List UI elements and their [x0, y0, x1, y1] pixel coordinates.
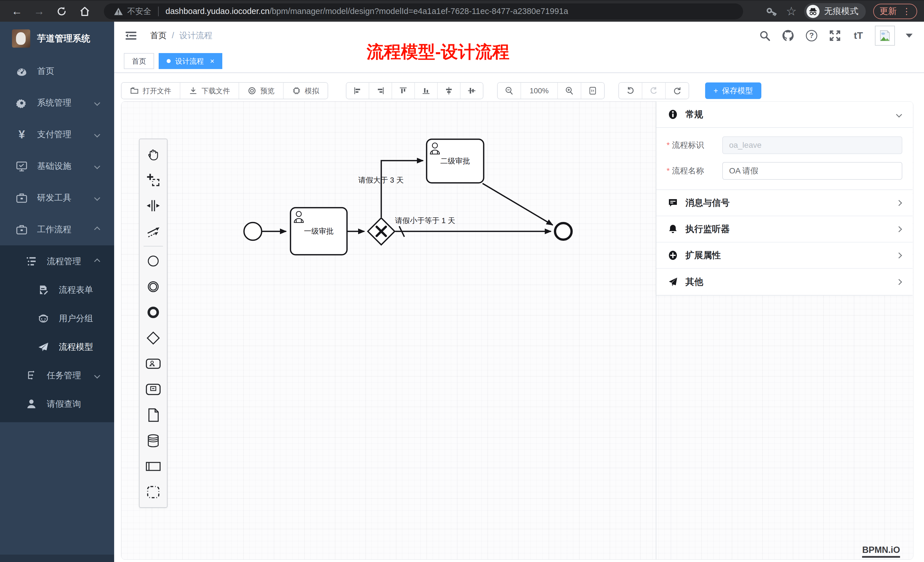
start-event[interactable]	[244, 223, 262, 240]
align-left-button[interactable]	[346, 83, 369, 99]
github-icon[interactable]	[782, 29, 795, 42]
align-top-button[interactable]	[392, 83, 415, 99]
bpmn-io-logo[interactable]: BPMN.iO	[862, 545, 900, 558]
tab-home[interactable]: 首页	[124, 53, 154, 69]
sidebar-item-process-form[interactable]: 流程表单	[0, 276, 114, 304]
sidebar-item-infra[interactable]: 基础设施	[0, 150, 114, 182]
restart-button[interactable]	[666, 83, 688, 99]
briefcase-icon	[16, 192, 27, 204]
preview-button[interactable]: 预览	[239, 83, 284, 99]
password-key-icon[interactable]	[765, 4, 778, 18]
process-key-input[interactable]	[722, 136, 902, 154]
tab-design-process[interactable]: 设计流程 ×	[159, 53, 222, 69]
align-horizontal-center-button[interactable]	[460, 83, 483, 99]
app-logo-row[interactable]: 芋道管理系统	[0, 22, 114, 55]
sidebar-collapse-bar[interactable]	[0, 555, 114, 562]
breadcrumb-separator: /	[172, 31, 174, 40]
sidebar-item-task-mgmt[interactable]: 任务管理	[0, 361, 114, 390]
section-execution-listener[interactable]: 执行监听器	[656, 216, 913, 243]
sidebar-item-home[interactable]: 首页	[0, 55, 114, 87]
history-button-group	[618, 82, 689, 99]
sidebar-item-payment[interactable]: ¥ 支付管理	[0, 119, 114, 150]
fullscreen-icon[interactable]	[828, 29, 842, 42]
face-icon	[38, 313, 49, 324]
chevron-down-icon	[94, 132, 100, 138]
download-file-button[interactable]: 下载文件	[180, 83, 239, 99]
tree-list-icon	[26, 256, 37, 267]
sidebar-toggle-icon[interactable]	[124, 30, 138, 41]
address-bar[interactable]: 不安全 dashboard.yudao.iocoder.cn /bpm/mana…	[104, 3, 743, 19]
incognito-icon	[806, 5, 819, 18]
process-name-input[interactable]	[722, 162, 902, 180]
security-label[interactable]: 不安全	[127, 6, 151, 17]
tab-close-icon[interactable]: ×	[210, 57, 214, 66]
send-icon	[668, 277, 678, 287]
incognito-label: 无痕模式	[824, 5, 858, 17]
sidebar-item-process-model[interactable]: 流程模型	[0, 333, 114, 361]
browser-menu-dots-icon[interactable]: ⋮	[902, 6, 911, 16]
bookmark-star-icon[interactable]: ☆	[786, 4, 797, 18]
simulate-button[interactable]: 模拟	[284, 83, 328, 99]
avatar-dropdown-caret[interactable]	[906, 34, 913, 37]
flow-gateway-to-task2[interactable]	[381, 160, 423, 217]
redo-button[interactable]	[642, 83, 666, 99]
file-button-group: 打开文件 下载文件 预览 模拟	[121, 82, 328, 99]
update-button[interactable]: 更新 ⋮	[873, 4, 917, 19]
browser-chrome: ← → 不安全 dashboard.yudao.iocoder.cn /bpm/…	[0, 0, 924, 22]
save-model-button[interactable]: + 保存模型	[705, 82, 762, 99]
sidebar-item-workflow[interactable]: 工作流程	[0, 214, 114, 245]
open-file-button[interactable]: 打开文件	[122, 83, 180, 99]
sidebar-item-devtools[interactable]: 研发工具	[0, 182, 114, 214]
sidebar-item-user-group[interactable]: 用户分组	[0, 304, 114, 333]
end-event[interactable]	[555, 223, 572, 240]
zoom-out-button[interactable]	[498, 83, 521, 99]
search-icon[interactable]	[758, 29, 772, 42]
section-extended-attrs[interactable]: 扩展属性	[656, 243, 913, 269]
paper-plane-icon	[38, 341, 49, 352]
yen-icon: ¥	[16, 128, 27, 141]
designer-workspace: 打开文件 下载文件 预览 模拟	[114, 73, 924, 562]
chevron-down-icon	[94, 195, 100, 201]
avatar[interactable]	[875, 25, 895, 46]
section-messages-signals[interactable]: 消息与信号	[656, 190, 913, 216]
sidebar-item-system[interactable]: 系统管理	[0, 87, 114, 119]
workflow-submenu: 流程管理 流程表单 用户分组 流程模型	[0, 245, 114, 422]
fit-viewport-button[interactable]	[581, 83, 604, 99]
breadcrumb-home[interactable]: 首页	[150, 30, 166, 41]
message-icon	[668, 198, 678, 208]
section-other[interactable]: 其他	[656, 269, 913, 295]
sidebar-item-label: 研发工具	[37, 192, 86, 204]
align-bottom-button[interactable]	[415, 83, 438, 99]
zoom-button-group: 100%	[497, 82, 604, 99]
undo-button[interactable]	[619, 83, 642, 99]
sidebar-item-process-mgmt[interactable]: 流程管理	[0, 247, 114, 276]
align-right-button[interactable]	[369, 83, 392, 99]
help-icon[interactable]: ?	[805, 29, 818, 42]
align-vertical-center-button[interactable]	[438, 83, 460, 99]
chevron-right-icon	[896, 226, 902, 232]
incognito-badge[interactable]: 无痕模式	[804, 3, 866, 20]
sidebar-item-label: 首页	[37, 65, 114, 77]
folder-icon	[130, 87, 139, 95]
info-icon	[668, 109, 678, 120]
process-key-row: * 流程标识	[667, 136, 902, 154]
zoom-level[interactable]: 100%	[521, 83, 558, 99]
chevron-up-icon	[94, 258, 100, 264]
gear-icon	[16, 97, 27, 109]
bpmn-canvas[interactable]: 一级审批 二级审批 请假大于 3 天 请假小于等于 1 天 常规 * 流	[121, 101, 914, 560]
zoom-in-button[interactable]	[558, 83, 581, 99]
flow-label-gt3: 请假大于 3 天	[351, 175, 411, 185]
browser-home-button[interactable]	[79, 5, 91, 17]
font-size-icon[interactable]: tT	[852, 29, 865, 42]
section-general[interactable]: 常规	[656, 102, 913, 127]
sidebar-item-label: 支付管理	[37, 129, 86, 140]
sidebar-item-leave-query[interactable]: 请假查询	[0, 390, 114, 418]
browser-back-button[interactable]: ←	[11, 5, 22, 17]
dashboard-icon	[16, 66, 27, 77]
url-divider	[158, 7, 159, 16]
page: ← → 不安全 dashboard.yudao.iocoder.cn /bpm/…	[0, 0, 924, 562]
browser-refresh-button[interactable]	[56, 6, 68, 17]
plus-icon: +	[714, 87, 718, 95]
browser-forward-button[interactable]: →	[34, 5, 45, 17]
flow-task2-to-end[interactable]	[483, 183, 553, 225]
